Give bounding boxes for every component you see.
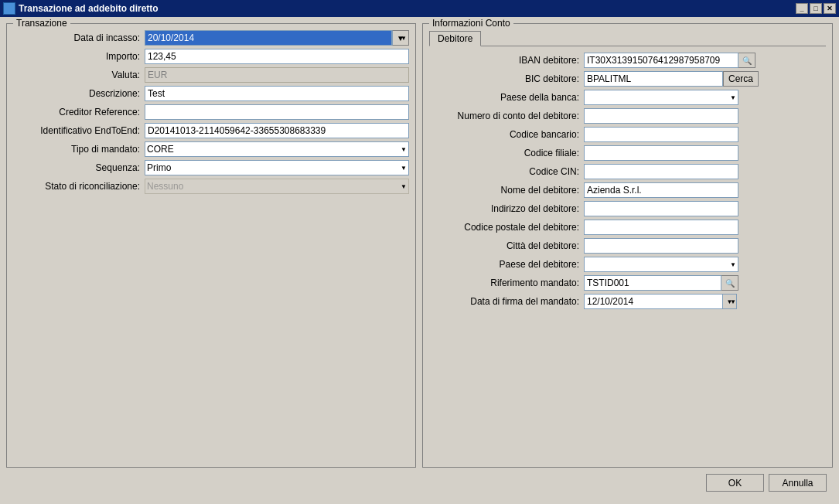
data-firma-dropdown-btn[interactable]: ▼ xyxy=(723,294,737,309)
data-incasso-input[interactable] xyxy=(145,30,392,46)
numero-conto-row: Numero di conto del debitore: xyxy=(429,108,826,124)
valuta-label: Valuta: xyxy=(13,70,145,80)
data-incasso-wrapper: ▼ xyxy=(145,30,409,46)
descrizione-input[interactable] xyxy=(145,86,409,101)
data-firma-input[interactable] xyxy=(584,294,723,309)
paese-debitore-label: Paese del debitore: xyxy=(429,259,584,270)
main-panels: Transazione Data di incasso: ▼ Importo: xyxy=(6,23,833,468)
iban-label: IBAN debitore: xyxy=(429,55,584,66)
stato-wrapper: Nessuno xyxy=(145,179,409,194)
window-content: Transazione Data di incasso: ▼ Importo: xyxy=(0,17,839,504)
nome-debitore-label: Nome del debitore: xyxy=(429,185,584,196)
identificativo-input[interactable] xyxy=(145,123,409,138)
codice-bancario-row: Codice bancario: xyxy=(429,127,826,142)
right-panel-title: Informazioni Conto xyxy=(429,18,513,29)
sequenza-select[interactable]: Primo Ricorrente Ultimo One-off xyxy=(145,160,409,175)
riferimento-label: Riferimento mandato: xyxy=(429,278,584,288)
iban-row: IBAN debitore: 🔍 xyxy=(429,53,826,68)
codice-cin-label: Codice CIN: xyxy=(429,166,584,177)
paese-debitore-select[interactable] xyxy=(584,257,738,272)
titlebar: Transazione ad addebito diretto _ □ ✕ xyxy=(0,0,839,17)
window-title: Transazione ad addebito diretto xyxy=(19,3,796,14)
nome-debitore-row: Nome del debitore: xyxy=(429,182,826,198)
codice-filiale-input[interactable] xyxy=(584,145,738,161)
indirizzo-row: Indirizzo del debitore: xyxy=(429,201,826,216)
data-incasso-label: Data di incasso: xyxy=(13,32,145,43)
paese-banca-wrapper xyxy=(584,90,738,105)
titlebar-buttons: _ □ ✕ xyxy=(796,3,836,14)
descrizione-row: Descrizione: xyxy=(13,86,409,101)
riferimento-row: Riferimento mandato: 🔍 xyxy=(429,275,826,291)
riferimento-search-button[interactable]: 🔍 xyxy=(721,275,738,291)
paese-debitore-wrapper xyxy=(584,257,738,272)
numero-conto-label: Numero di conto del debitore: xyxy=(429,111,584,121)
bic-input[interactable] xyxy=(584,71,723,87)
tipo-mandato-wrapper: CORE B2B COR1 xyxy=(145,141,409,157)
identificativo-label: Identificativo EndToEnd: xyxy=(13,125,145,136)
importo-label: Importo: xyxy=(13,51,145,62)
ok-button[interactable]: OK xyxy=(706,474,764,492)
close-button[interactable]: ✕ xyxy=(824,3,836,14)
codice-bancario-input[interactable] xyxy=(584,127,738,142)
bic-row: BIC debitore: Cerca xyxy=(429,71,826,87)
maximize-button[interactable]: □ xyxy=(810,3,822,14)
left-panel: Transazione Data di incasso: ▼ Importo: xyxy=(6,23,416,468)
creditor-reference-row: Creditor Reference: xyxy=(13,104,409,120)
codice-postale-label: Codice postale del debitore: xyxy=(429,222,584,233)
cerca-button[interactable]: Cerca xyxy=(723,71,759,87)
valuta-input xyxy=(145,67,409,83)
iban-search-button[interactable]: 🔍 xyxy=(738,53,755,68)
right-panel: Informazioni Conto Debitore IBAN debitor… xyxy=(422,23,833,468)
codice-filiale-row: Codice filiale: xyxy=(429,145,826,161)
annulla-button[interactable]: Annulla xyxy=(769,474,827,492)
codice-bancario-label: Codice bancario: xyxy=(429,129,584,140)
tipo-mandato-row: Tipo di mandato: CORE B2B COR1 xyxy=(13,141,409,157)
numero-conto-input[interactable] xyxy=(584,108,738,124)
nome-debitore-input[interactable] xyxy=(584,182,738,198)
stato-label: Stato di riconciliazione: xyxy=(13,181,145,192)
valuta-row: Valuta: xyxy=(13,67,409,83)
codice-postale-row: Codice postale del debitore: xyxy=(429,220,826,235)
tipo-mandato-label: Tipo di mandato: xyxy=(13,144,145,155)
data-incasso-row: Data di incasso: ▼ xyxy=(13,30,409,46)
citta-input[interactable] xyxy=(584,238,738,254)
bottom-bar: OK Annulla xyxy=(6,468,833,498)
paese-banca-label: Paese della banca: xyxy=(429,92,584,103)
data-firma-wrapper: ▼ xyxy=(584,294,738,309)
stato-row: Stato di riconciliazione: Nessuno xyxy=(13,179,409,194)
codice-cin-input[interactable] xyxy=(584,164,738,179)
indirizzo-input[interactable] xyxy=(584,201,738,216)
left-panel-title: Transazione xyxy=(13,18,70,29)
data-firma-label: Data di firma del mandato: xyxy=(429,296,584,307)
importo-input[interactable] xyxy=(145,49,409,64)
indirizzo-label: Indirizzo del debitore: xyxy=(429,203,584,214)
paese-banca-select[interactable] xyxy=(584,90,738,105)
tab-debitore[interactable]: Debitore xyxy=(429,31,481,46)
codice-cin-row: Codice CIN: xyxy=(429,164,826,179)
codice-postale-input[interactable] xyxy=(584,220,738,235)
citta-label: Città del debitore: xyxy=(429,240,584,251)
citta-row: Città del debitore: xyxy=(429,238,826,254)
creditor-reference-input[interactable] xyxy=(145,104,409,120)
tipo-mandato-select[interactable]: CORE B2B COR1 xyxy=(145,141,409,157)
sequenza-label: Sequenza: xyxy=(13,162,145,173)
app-icon xyxy=(3,2,15,15)
identificativo-row: Identificativo EndToEnd: xyxy=(13,123,409,138)
iban-input[interactable] xyxy=(584,53,738,68)
paese-banca-row: Paese della banca: xyxy=(429,90,826,105)
riferimento-input[interactable] xyxy=(584,275,721,291)
bic-label: BIC debitore: xyxy=(429,73,584,84)
codice-filiale-label: Codice filiale: xyxy=(429,148,584,158)
importo-row: Importo: xyxy=(13,49,409,64)
descrizione-label: Descrizione: xyxy=(13,88,145,99)
tab-bar: Debitore xyxy=(429,30,826,46)
stato-select: Nessuno xyxy=(145,179,409,194)
sequenza-row: Sequenza: Primo Ricorrente Ultimo One-of… xyxy=(13,160,409,175)
sequenza-wrapper: Primo Ricorrente Ultimo One-off xyxy=(145,160,409,175)
main-window: Transazione ad addebito diretto _ □ ✕ Tr… xyxy=(0,0,839,504)
paese-debitore-row: Paese del debitore: xyxy=(429,257,826,272)
data-firma-row: Data di firma del mandato: ▼ xyxy=(429,294,826,309)
minimize-button[interactable]: _ xyxy=(796,3,808,14)
creditor-reference-label: Creditor Reference: xyxy=(13,107,145,117)
data-incasso-dropdown-btn[interactable]: ▼ xyxy=(392,30,409,46)
